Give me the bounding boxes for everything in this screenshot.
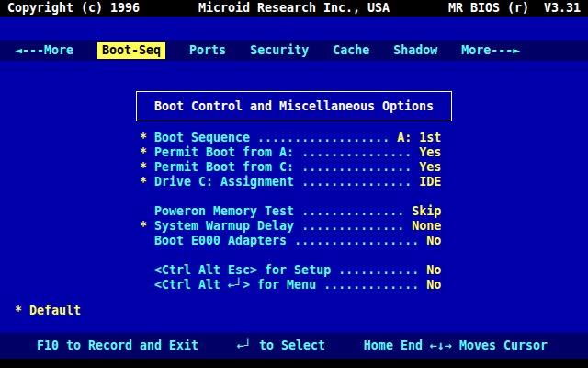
option-row-drive-c-assignment[interactable]: * Drive C: Assignment ............... ID… [140, 175, 441, 190]
option-row-ctrl-alt-esc-setup[interactable]: <Ctrl Alt Esc> for Setup ........... No [140, 263, 441, 278]
dialog-box: Boot Control and Miscellaneous Options [136, 91, 452, 121]
option-value: Skip [412, 204, 441, 218]
option-row-poweron-memory-test[interactable]: Poweron Memory Test .............. Skip [140, 204, 441, 219]
option-label: <Ctrl Alt ←┘> for Menu [154, 278, 316, 292]
option-row-boot-sequence[interactable]: * Boot Sequence .................. A: 1s… [140, 131, 441, 145]
bottom-black-strip [0, 359, 588, 368]
status-record-hint: F10 to Record and Exit [37, 339, 198, 353]
option-label: System Warmup Delay [154, 219, 294, 233]
option-row-permit-boot-c[interactable]: * Permit Boot from C: ............... Ye… [140, 160, 441, 175]
status-cursor-hint: Home End ←↓→ Moves Cursor [364, 339, 548, 353]
option-default-star [140, 263, 154, 277]
option-label: Boot Sequence [154, 131, 250, 144]
option-label: Boot E000 Adapters [154, 234, 287, 247]
menu-tab-more-left[interactable]: ◄---More [15, 43, 74, 58]
option-row-permit-boot-a[interactable]: * Permit Boot from A: ............... Ye… [140, 145, 441, 160]
options-list: * Boot Sequence .................. A: 1s… [140, 131, 441, 293]
option-value: None [412, 219, 441, 233]
option-default-star: * [140, 175, 154, 189]
option-default-star [140, 234, 154, 247]
option-value: No [426, 263, 441, 277]
status-bar: F10 to Record and Exit ←┘ to Select Home… [0, 333, 588, 359]
menu-bar: ◄---MoreBoot-SeqPortsSecurityCacheShadow… [0, 40, 588, 61]
option-label: Permit Boot from C: [154, 160, 294, 174]
option-row-system-warmup-delay[interactable]: * System Warmup Delay .............. Non… [140, 219, 441, 234]
option-row-ctrl-alt-enter-menu[interactable]: <Ctrl Alt ←┘> for Menu ............. No [140, 278, 441, 293]
option-label: <Ctrl Alt Esc> for Setup [154, 263, 331, 277]
option-row-boot-e000-adapters[interactable]: Boot E000 Adapters ................. No [140, 234, 441, 248]
option-leader: .............. [294, 204, 412, 218]
copyright-text: Copyright (c) 1996 [7, 1, 140, 16]
option-value: No [426, 234, 441, 247]
option-leader: .............. [294, 219, 412, 233]
option-value: Yes [419, 145, 441, 159]
option-leader: ............... [294, 145, 419, 159]
menu-tab-more-right[interactable]: More---► [461, 43, 520, 58]
option-spacer [140, 190, 441, 204]
option-spacer [140, 248, 441, 263]
menu-tab-boot-seq[interactable]: Boot-Seq [97, 42, 165, 59]
status-select-hint: ←┘ to Select [237, 339, 325, 353]
option-leader: ............. [316, 278, 426, 292]
option-value: Yes [419, 160, 441, 174]
option-default-star: * [140, 145, 154, 159]
default-legend-text: Default [29, 304, 81, 317]
option-leader: ................. [287, 234, 426, 247]
top-bar: Copyright (c) 1996 Microid Research Inc.… [0, 0, 588, 17]
menu-tab-security[interactable]: Security [250, 43, 309, 58]
option-leader: ............... [294, 175, 419, 189]
menu-tab-cache[interactable]: Cache [333, 43, 369, 58]
option-default-star: * [140, 219, 154, 233]
option-label: Poweron Memory Test [154, 204, 294, 218]
option-label: Permit Boot from A: [154, 145, 294, 159]
option-leader: ........... [331, 263, 426, 277]
bios-version-text: MR BIOS (r) V3.31 [448, 1, 581, 16]
option-default-star: * [140, 131, 154, 144]
option-value: A: 1st [397, 131, 441, 144]
vendor-text: Microid Research Inc., USA [198, 1, 390, 16]
dialog-title: Boot Control and Miscellaneous Options [154, 99, 434, 114]
option-leader: .................. [250, 131, 397, 144]
option-default-star [140, 204, 154, 218]
option-default-star: * [140, 160, 154, 174]
menu-tab-shadow[interactable]: Shadow [393, 43, 437, 58]
option-default-star [140, 278, 154, 292]
menu-tab-ports[interactable]: Ports [189, 43, 226, 58]
default-legend: * Default [15, 304, 81, 318]
option-leader: ............... [294, 160, 419, 174]
option-label: Drive C: Assignment [154, 175, 294, 189]
bios-setup-screen: Copyright (c) 1996 Microid Research Inc.… [0, 0, 588, 368]
option-value: No [426, 278, 441, 292]
default-legend-star: * [15, 304, 29, 317]
option-value: IDE [419, 175, 441, 189]
